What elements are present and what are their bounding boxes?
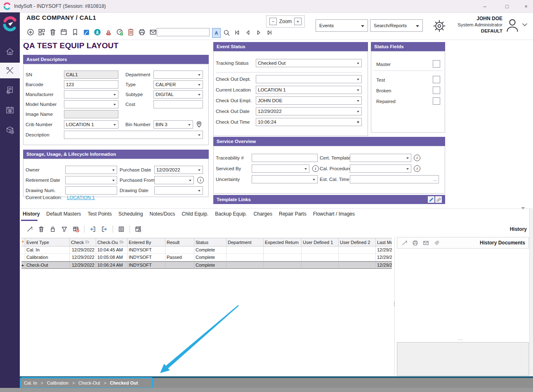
vertical-scrollbar[interactable] bbox=[529, 208, 533, 376]
check-out-date-dropdown[interactable]: 12/29/2022 bbox=[256, 107, 362, 115]
model-number-dropdown[interactable] bbox=[64, 100, 118, 108]
traceability-field[interactable] bbox=[252, 154, 318, 162]
department-dropdown[interactable] bbox=[153, 70, 203, 79]
tab-charges[interactable]: Charges bbox=[254, 211, 272, 217]
sidebar-item-inventory[interactable] bbox=[0, 122, 20, 138]
broken-checkbox[interactable] bbox=[433, 87, 440, 94]
tracking-status-dropdown[interactable]: Checked Out bbox=[256, 59, 362, 67]
zoom-out-button[interactable]: − bbox=[269, 18, 277, 25]
previous-record-button[interactable] bbox=[243, 28, 252, 37]
sidebar-item-home[interactable] bbox=[0, 44, 20, 59]
owner-dropdown[interactable] bbox=[65, 166, 117, 174]
edit-template-links-button[interactable] bbox=[428, 196, 434, 203]
crib-number-dropdown[interactable]: LOCATION 1 bbox=[64, 120, 118, 129]
history-export-button[interactable] bbox=[99, 224, 109, 234]
gauge-button[interactable] bbox=[115, 27, 125, 37]
first-record-button[interactable] bbox=[233, 28, 242, 37]
location-pin-button[interactable] bbox=[196, 121, 203, 128]
cert-template-info-icon[interactable] bbox=[414, 155, 420, 161]
barcode-field[interactable]: 123 bbox=[64, 80, 118, 89]
docs-print-button[interactable] bbox=[411, 238, 419, 248]
serviced-by-dropdown[interactable] bbox=[252, 164, 309, 173]
grid-row-cal-in[interactable]: Cal. In 12/29/2022 10:04:45 AM INDYSOFT … bbox=[21, 246, 392, 254]
col-department[interactable]: Department bbox=[226, 238, 264, 246]
minimize-button[interactable]: – bbox=[478, 0, 492, 12]
col-expected-return[interactable]: Expected Return bbox=[264, 238, 302, 246]
delete-record-button[interactable] bbox=[48, 27, 58, 37]
col-entered-by[interactable]: Entered By bbox=[127, 238, 165, 246]
history-import-button[interactable] bbox=[88, 224, 98, 234]
check-out-dept-dropdown[interactable] bbox=[256, 75, 362, 83]
tab-test-points[interactable]: Test Points bbox=[87, 211, 112, 217]
history-wand-button[interactable] bbox=[25, 224, 35, 234]
est-cal-time-field[interactable]: ... bbox=[350, 175, 439, 183]
drawing-date-dropdown[interactable] bbox=[154, 186, 203, 195]
col-status[interactable]: Status bbox=[194, 238, 226, 246]
serviced-by-info-icon[interactable] bbox=[312, 165, 319, 172]
tab-flowchart-images[interactable]: Flowchart / Images bbox=[313, 211, 355, 217]
worklist-button[interactable] bbox=[126, 27, 136, 37]
tab-history[interactable]: History bbox=[23, 211, 40, 217]
match-case-button[interactable]: A bbox=[212, 28, 221, 38]
docs-email-button[interactable] bbox=[422, 238, 429, 248]
check-out-empl-dropdown[interactable]: JOHN DOE bbox=[256, 96, 362, 105]
user-avatar[interactable] bbox=[504, 16, 521, 34]
search-button[interactable] bbox=[222, 28, 231, 37]
col-last-mod[interactable]: Last Mo bbox=[376, 238, 392, 246]
maximize-button[interactable]: □ bbox=[500, 0, 514, 12]
type-dropdown[interactable]: CALIPER bbox=[153, 80, 203, 89]
print-button[interactable] bbox=[137, 27, 147, 37]
purchased-from-dropdown[interactable] bbox=[154, 176, 194, 184]
sn-field[interactable]: CAL1 bbox=[64, 70, 118, 79]
stamp-button[interactable] bbox=[104, 27, 113, 37]
close-button[interactable]: × bbox=[519, 0, 533, 12]
master-checkbox[interactable] bbox=[433, 60, 440, 68]
docs-splitter-handle[interactable]: ... bbox=[458, 336, 463, 341]
purchased-from-info-icon[interactable] bbox=[197, 177, 204, 183]
purchase-date-dropdown[interactable]: 12/20/2022 bbox=[154, 166, 203, 174]
uncertainty-dropdown[interactable] bbox=[252, 175, 318, 183]
col-check[interactable]: Check bbox=[70, 238, 96, 246]
history-schedule-button[interactable] bbox=[71, 224, 81, 234]
cert-template-dropdown[interactable] bbox=[350, 154, 411, 162]
test-checkbox[interactable] bbox=[433, 76, 440, 83]
sidebar-item-calendar[interactable] bbox=[0, 102, 20, 118]
link-template-button[interactable] bbox=[435, 196, 442, 203]
image-name-field[interactable] bbox=[64, 110, 118, 118]
history-lock-button[interactable] bbox=[48, 224, 58, 234]
docs-wand-button[interactable] bbox=[401, 238, 408, 248]
tab-child-equip[interactable]: Child Equip. bbox=[182, 211, 209, 217]
tab-repair-parts[interactable]: Repair Parts bbox=[279, 211, 307, 217]
retirement-date-dropdown[interactable] bbox=[65, 176, 117, 184]
splitter-handle[interactable]: ... bbox=[270, 200, 275, 204]
cal-procedure-dropdown[interactable] bbox=[350, 164, 411, 173]
zoom-in-button[interactable]: + bbox=[294, 18, 302, 25]
search-input[interactable] bbox=[157, 28, 210, 36]
history-delete-button[interactable] bbox=[36, 224, 46, 234]
splitter-drag-handle[interactable]: ⋮ bbox=[392, 301, 397, 307]
grid-row-check-out-selected[interactable]: ▶ Check-Out 12/29/2022 10:06:24 AM INDYS… bbox=[21, 261, 392, 269]
bin-number-dropdown[interactable]: BIN 3 bbox=[153, 120, 193, 129]
tab-default-masters[interactable]: Default Masters bbox=[46, 211, 81, 217]
add-record-button[interactable] bbox=[26, 27, 35, 37]
history-list-view-button[interactable] bbox=[116, 224, 126, 234]
col-user-defined-2[interactable]: User Defined 2 bbox=[339, 238, 376, 246]
history-filter-button[interactable] bbox=[59, 224, 69, 234]
tab-scheduling[interactable]: Scheduling bbox=[118, 211, 143, 217]
bookmark-button[interactable] bbox=[70, 27, 80, 37]
user-menu-button[interactable] bbox=[521, 21, 528, 28]
cost-field[interactable] bbox=[153, 100, 203, 108]
events-dropdown[interactable]: Events bbox=[316, 19, 368, 32]
clone-record-button[interactable] bbox=[37, 27, 47, 37]
cal-procedure-info-icon[interactable] bbox=[414, 165, 420, 172]
tab-backup-equip[interactable]: Backup Equip. bbox=[215, 211, 247, 217]
current-location-link[interactable]: LOCATION 1 bbox=[67, 195, 95, 200]
col-result[interactable]: Result bbox=[165, 238, 194, 246]
subtype-dropdown[interactable]: DIGITAL bbox=[153, 90, 203, 99]
sidebar-item-billing[interactable] bbox=[0, 82, 20, 98]
check-out-time-spinner[interactable]: 10:06:24 bbox=[256, 118, 362, 126]
manufacturer-dropdown[interactable] bbox=[64, 90, 118, 99]
edit-record-button[interactable] bbox=[81, 27, 91, 37]
search-reports-dropdown[interactable]: Search/Reports bbox=[370, 19, 423, 32]
tab-notes-docs[interactable]: Notes/Docs bbox=[149, 211, 175, 217]
